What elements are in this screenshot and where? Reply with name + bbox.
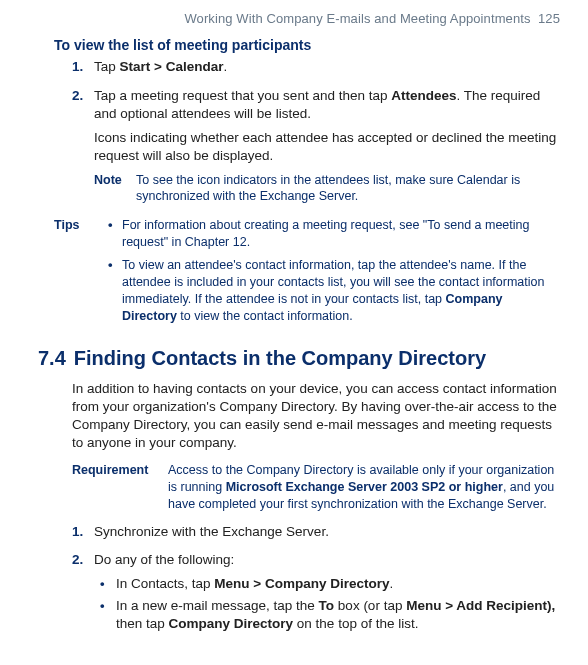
requirement-block: Requirement Access to the Company Direct… <box>72 462 560 513</box>
tips-label: Tips <box>54 217 108 330</box>
note-text: To see the icon indicators in the attend… <box>136 172 560 206</box>
section-title: Finding Contacts in the Company Director… <box>74 347 486 369</box>
intro-paragraph: In addition to having contacts on your d… <box>72 380 560 453</box>
step-body: Do any of the following: • In Contacts, … <box>94 551 560 636</box>
step-2: 2. Tap a meeting request that you sent a… <box>72 87 560 214</box>
sub-text: In Contacts, tap Menu > Company Director… <box>116 575 560 593</box>
header-text: Working With Company E-mails and Meeting… <box>184 11 530 26</box>
bullet-icon: • <box>100 597 116 633</box>
sub-item: • In Contacts, tap Menu > Company Direct… <box>100 575 560 593</box>
section-heading-7-4: 7.4Finding Contacts in the Company Direc… <box>38 345 560 372</box>
step-2: 2. Do any of the following: • In Contact… <box>72 551 560 636</box>
directory-steps: 1. Synchronize with the Exchange Server.… <box>72 523 560 636</box>
page-number: 125 <box>538 11 560 26</box>
note-label: Note <box>94 172 136 206</box>
bullet-icon: • <box>100 575 116 593</box>
bullet-icon: • <box>108 257 122 325</box>
tip-text: To view an attendee's contact informatio… <box>122 257 560 325</box>
step-number: 2. <box>72 551 94 636</box>
section-title-participants: To view the list of meeting participants <box>54 36 560 55</box>
requirement-text: Access to the Company Directory is avail… <box>168 462 560 513</box>
strong-menu-add-recipient: Menu > Add Recipient), <box>406 598 555 613</box>
tip-text: For information about creating a meeting… <box>122 217 560 251</box>
step-body: Tap a meeting request that you sent and … <box>94 87 560 214</box>
step-body: Tap Start > Calendar. <box>94 58 560 82</box>
strong-to: To <box>319 598 335 613</box>
tip-item: • To view an attendee's contact informat… <box>108 257 560 325</box>
strong-company-directory: Company Directory <box>169 616 294 631</box>
step-1: 1. Synchronize with the Exchange Server. <box>72 523 560 547</box>
sub-bullets: • In Contacts, tap Menu > Company Direct… <box>100 575 560 633</box>
sub-item: • In a new e-mail message, tap the To bo… <box>100 597 560 633</box>
participants-steps: 1. Tap Start > Calendar. 2. Tap a meetin… <box>72 58 560 213</box>
requirement-label: Requirement <box>72 462 168 513</box>
step-number: 2. <box>72 87 94 214</box>
strong-menu-company-directory: Menu > Company Directory <box>214 576 389 591</box>
step-1: 1. Tap Start > Calendar. <box>72 58 560 82</box>
tips-block: Tips • For information about creating a … <box>54 217 560 330</box>
tips-list: • For information about creating a meeti… <box>108 217 560 330</box>
note-block: Note To see the icon indicators in the a… <box>94 172 560 206</box>
tip-item: • For information about creating a meeti… <box>108 217 560 251</box>
section-number: 7.4 <box>38 345 66 372</box>
strong-start-calendar: Start > Calendar <box>120 59 224 74</box>
step-body: Synchronize with the Exchange Server. <box>94 523 560 547</box>
step-number: 1. <box>72 523 94 547</box>
sub-text: In a new e-mail message, tap the To box … <box>116 597 560 633</box>
strong-attendees: Attendees <box>391 88 456 103</box>
strong-exchange-server: Microsoft Exchange Server 2003 SP2 or hi… <box>226 480 503 494</box>
bullet-icon: • <box>108 217 122 251</box>
step-number: 1. <box>72 58 94 82</box>
page-header: Working With Company E-mails and Meeting… <box>48 10 560 28</box>
